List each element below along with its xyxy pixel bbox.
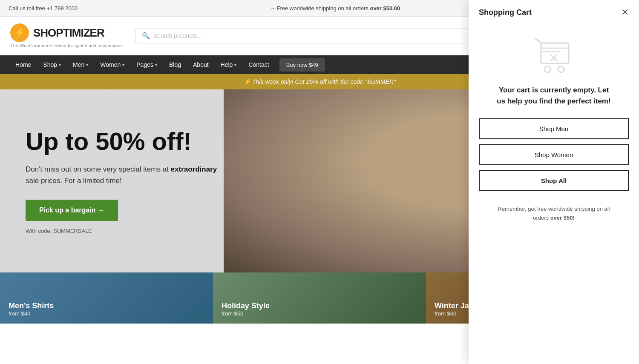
phone-text: Call us toll free +1 789 2000 — [9, 5, 78, 11]
cart-panel-body: Your cart is currently empty. Let us hel… — [469, 25, 639, 364]
promo-text: ⚡ This week only! Get 25% off with the c… — [243, 78, 396, 85]
product-card-holiday-style[interactable]: Holiday Style from $50 — [213, 272, 426, 324]
chevron-down-icon: ▾ — [234, 63, 236, 67]
buy-now-button[interactable]: Buy now $49 — [279, 58, 325, 72]
cart-panel-title: Shopping Cart — [479, 8, 532, 17]
product-card-mens-shirts[interactable]: Men's Shirts from $40 — [0, 272, 213, 324]
chevron-down-icon: ▾ — [155, 63, 157, 67]
promo-code-label: With code: SUMMERSALE — [26, 228, 230, 234]
svg-rect-0 — [541, 43, 569, 63]
nav-pages[interactable]: Pages▾ — [131, 55, 162, 74]
nav-home[interactable]: Home — [10, 55, 36, 74]
hero-subtitle: Don't miss out on some very special item… — [26, 163, 230, 186]
cart-empty-illustration — [535, 39, 573, 73]
hero-content: Up to 50% off! Don't miss out on some ve… — [0, 106, 256, 255]
product-card-price: from $50 — [222, 310, 270, 317]
nav-help[interactable]: Help▾ — [216, 55, 242, 74]
svg-point-3 — [544, 66, 550, 72]
nav-about[interactable]: About — [188, 55, 214, 74]
chevron-down-icon: ▾ — [59, 63, 61, 67]
nav-women[interactable]: Women▾ — [95, 55, 130, 74]
logo-area[interactable]: ⚡ SHOPTIMIZER The WooCommerce theme for … — [10, 23, 123, 48]
shop-women-button[interactable]: Shop Women — [479, 144, 629, 165]
chevron-down-icon: ▾ — [122, 63, 124, 67]
empty-cart-icon — [535, 39, 573, 75]
search-icon: 🔍 — [142, 32, 150, 40]
logo-icon: ⚡ — [10, 23, 29, 42]
chevron-down-icon: ▾ — [86, 63, 88, 67]
nav-blog[interactable]: Blog — [164, 55, 186, 74]
shop-all-button[interactable]: Shop All — [479, 170, 629, 191]
cart-panel-header: Shopping Cart ✕ — [469, 0, 639, 25]
product-card-title: Men's Shirts — [9, 301, 54, 310]
nav-contact[interactable]: Contact — [243, 55, 274, 74]
nav-men[interactable]: Men▾ — [68, 55, 93, 74]
svg-line-1 — [537, 40, 541, 43]
logo-subtitle: The WooCommerce theme for speed and conv… — [10, 43, 123, 48]
product-card-title: Holiday Style — [222, 301, 270, 310]
empty-cart-message: Your cart is currently empty. Let us hel… — [494, 85, 613, 106]
free-shipping-note: Remember, get free worldwide shipping on… — [494, 205, 613, 223]
product-card-price: from $40 — [9, 310, 54, 317]
hero-title: Up to 50% off! — [26, 128, 230, 155]
svg-point-4 — [558, 66, 564, 72]
shopping-cart-panel: Shopping Cart ✕ Your cart is currently e… — [469, 0, 639, 364]
hero-cta-button[interactable]: Pick up a bargain → — [26, 200, 118, 221]
search-placeholder: Search products... — [153, 32, 202, 39]
shop-men-button[interactable]: Shop Men — [479, 118, 629, 139]
close-cart-button[interactable]: ✕ — [621, 8, 629, 17]
nav-shop[interactable]: Shop▾ — [38, 55, 66, 74]
logo-text: SHOPTIMIZER — [33, 26, 104, 40]
product-card-content: Holiday Style from $50 — [222, 301, 270, 317]
product-card-content: Men's Shirts from $40 — [9, 301, 54, 317]
